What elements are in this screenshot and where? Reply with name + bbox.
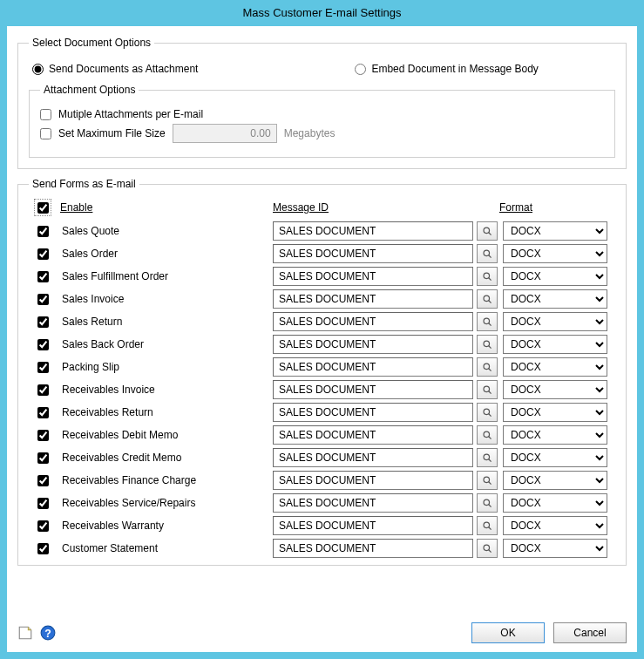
- format-select[interactable]: DOCX: [503, 471, 607, 490]
- row-enable-checkbox[interactable]: [37, 543, 49, 554]
- lookup-icon[interactable]: [477, 539, 498, 558]
- cancel-button[interactable]: Cancel: [553, 622, 627, 643]
- message-id-field[interactable]: SALES DOCUMENT: [273, 267, 473, 286]
- select-all-checkbox[interactable]: [37, 202, 49, 214]
- message-id-field[interactable]: SALES DOCUMENT: [273, 335, 473, 354]
- format-select[interactable]: DOCX: [503, 425, 607, 445]
- svg-point-2: [484, 250, 490, 256]
- header-message-id: Message ID: [273, 201, 496, 214]
- message-id-field[interactable]: SALES DOCUMENT: [273, 539, 473, 558]
- lookup-icon[interactable]: [477, 221, 498, 241]
- row-label: Sales Back Order: [60, 338, 269, 350]
- lookup-icon[interactable]: [477, 244, 498, 263]
- lookup-icon[interactable]: [477, 471, 498, 490]
- format-select[interactable]: DOCX: [503, 357, 607, 377]
- row-enable-checkbox[interactable]: [37, 362, 49, 373]
- svg-point-10: [484, 341, 490, 347]
- send-as-attachment-label: Send Documents as Attachment: [49, 63, 198, 75]
- format-select[interactable]: DOCX: [503, 312, 607, 331]
- svg-line-19: [488, 436, 491, 438]
- row-label: Sales Quote: [60, 225, 269, 237]
- row-enable-checkbox[interactable]: [37, 226, 49, 237]
- lookup-icon[interactable]: [477, 289, 498, 309]
- window-title: Mass Customer E-mail Settings: [0, 0, 644, 26]
- lookup-icon[interactable]: [477, 516, 498, 535]
- message-id-field[interactable]: SALES DOCUMENT: [273, 403, 473, 422]
- row-enable-checkbox[interactable]: [37, 452, 49, 464]
- select-all-checkbox-frame[interactable]: [34, 199, 51, 216]
- svg-point-20: [484, 454, 490, 460]
- multiple-attachments-checkbox[interactable]: [40, 109, 51, 120]
- row-enable-checkbox[interactable]: [37, 294, 49, 305]
- lookup-icon[interactable]: [477, 425, 498, 445]
- format-select[interactable]: DOCX: [503, 516, 607, 535]
- row-enable-checkbox[interactable]: [37, 475, 49, 486]
- row-label: Receivables Return: [60, 406, 269, 418]
- send-as-attachment-radio[interactable]: Send Documents as Attachment: [32, 63, 198, 75]
- lookup-icon[interactable]: [477, 380, 498, 399]
- row-enable-checkbox[interactable]: [37, 384, 49, 396]
- send-forms-legend: Send Forms as E-mail: [29, 178, 139, 190]
- format-select[interactable]: DOCX: [503, 289, 607, 309]
- send-as-attachment-input[interactable]: [32, 64, 44, 75]
- row-label: Receivables Service/Repairs: [60, 497, 269, 509]
- svg-line-7: [488, 300, 491, 302]
- lookup-icon[interactable]: [477, 448, 498, 467]
- format-select[interactable]: DOCX: [503, 403, 607, 422]
- row-enable-checkbox[interactable]: [37, 339, 49, 350]
- row-label: Receivables Credit Memo: [60, 452, 269, 464]
- embed-body-radio[interactable]: Embed Document in Message Body: [355, 63, 538, 75]
- svg-point-18: [484, 431, 490, 438]
- attachment-options-legend: Attachment Options: [40, 84, 139, 96]
- format-select[interactable]: DOCX: [503, 448, 607, 467]
- row-enable-checkbox[interactable]: [37, 520, 49, 532]
- row-enable-checkbox[interactable]: [37, 430, 49, 441]
- lookup-icon[interactable]: [477, 403, 498, 422]
- message-id-field[interactable]: SALES DOCUMENT: [273, 289, 473, 309]
- format-select[interactable]: DOCX: [503, 244, 607, 263]
- lookup-icon[interactable]: [477, 267, 498, 286]
- embed-body-input[interactable]: [355, 64, 366, 75]
- note-icon[interactable]: [17, 625, 33, 641]
- lookup-icon[interactable]: [477, 335, 498, 354]
- lookup-icon[interactable]: [477, 493, 498, 513]
- ok-button[interactable]: OK: [471, 622, 545, 643]
- message-id-field[interactable]: SALES DOCUMENT: [273, 312, 473, 331]
- message-id-field[interactable]: SALES DOCUMENT: [273, 244, 473, 263]
- message-id-field[interactable]: SALES DOCUMENT: [273, 516, 473, 535]
- send-forms-group: Send Forms as E-mail Enable Message ID F…: [17, 178, 627, 566]
- row-enable-checkbox[interactable]: [37, 271, 49, 282]
- row-label: Receivables Invoice: [60, 384, 269, 396]
- max-file-size-checkbox[interactable]: [40, 128, 51, 139]
- row-enable-checkbox[interactable]: [37, 498, 49, 509]
- message-id-field[interactable]: SALES DOCUMENT: [273, 425, 473, 445]
- row-label: Packing Slip: [60, 361, 269, 373]
- message-id-field[interactable]: SALES DOCUMENT: [273, 357, 473, 377]
- svg-line-13: [488, 368, 491, 370]
- svg-point-28: [484, 545, 490, 551]
- row-enable-checkbox[interactable]: [37, 407, 49, 418]
- format-select[interactable]: DOCX: [503, 267, 607, 286]
- document-options-legend: Select Document Options: [29, 37, 154, 49]
- row-enable-checkbox[interactable]: [37, 316, 49, 328]
- format-select[interactable]: DOCX: [503, 539, 607, 558]
- lookup-icon[interactable]: [477, 357, 498, 377]
- svg-line-15: [488, 391, 491, 393]
- send-mode-row: Send Documents as Attachment Embed Docum…: [32, 63, 615, 75]
- message-id-field[interactable]: SALES DOCUMENT: [273, 380, 473, 399]
- row-label: Receivables Warranty: [60, 520, 269, 532]
- help-icon[interactable]: ?: [40, 625, 56, 641]
- format-select[interactable]: DOCX: [503, 493, 607, 513]
- format-select[interactable]: DOCX: [503, 380, 607, 399]
- format-select[interactable]: DOCX: [503, 335, 607, 354]
- svg-point-6: [484, 296, 490, 302]
- message-id-field[interactable]: SALES DOCUMENT: [273, 493, 473, 513]
- message-id-field[interactable]: SALES DOCUMENT: [273, 221, 473, 241]
- svg-line-3: [488, 255, 491, 257]
- row-label: Sales Return: [60, 316, 269, 328]
- message-id-field[interactable]: SALES DOCUMENT: [273, 471, 473, 490]
- row-enable-checkbox[interactable]: [37, 248, 49, 260]
- lookup-icon[interactable]: [477, 312, 498, 331]
- message-id-field[interactable]: SALES DOCUMENT: [273, 448, 473, 467]
- format-select[interactable]: DOCX: [503, 221, 607, 241]
